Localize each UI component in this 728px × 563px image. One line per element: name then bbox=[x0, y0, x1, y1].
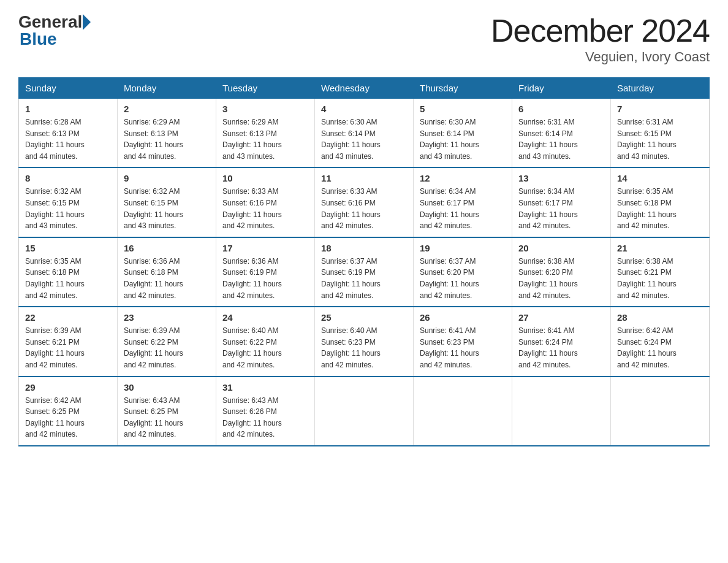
day-info: Sunrise: 6:30 AM Sunset: 6:14 PM Dayligh… bbox=[420, 117, 506, 162]
day-info: Sunrise: 6:39 AM Sunset: 6:21 PM Dayligh… bbox=[25, 325, 111, 370]
logo-triangle-icon bbox=[83, 14, 91, 30]
calendar-cell: 29 Sunrise: 6:42 AM Sunset: 6:25 PM Dayl… bbox=[19, 377, 118, 446]
day-number: 21 bbox=[617, 243, 703, 253]
col-thursday: Thursday bbox=[414, 78, 512, 99]
calendar-cell: 21 Sunrise: 6:38 AM Sunset: 6:21 PM Dayl… bbox=[611, 237, 710, 307]
day-info: Sunrise: 6:29 AM Sunset: 6:13 PM Dayligh… bbox=[222, 117, 308, 162]
day-info: Sunrise: 6:43 AM Sunset: 6:26 PM Dayligh… bbox=[222, 395, 308, 440]
calendar-cell bbox=[315, 377, 414, 446]
calendar-cell: 19 Sunrise: 6:37 AM Sunset: 6:20 PM Dayl… bbox=[414, 237, 512, 307]
day-number: 11 bbox=[321, 173, 407, 183]
day-info: Sunrise: 6:31 AM Sunset: 6:14 PM Dayligh… bbox=[518, 117, 604, 162]
day-info: Sunrise: 6:42 AM Sunset: 6:24 PM Dayligh… bbox=[617, 325, 703, 370]
day-number: 13 bbox=[518, 173, 604, 183]
day-info: Sunrise: 6:29 AM Sunset: 6:13 PM Dayligh… bbox=[124, 117, 210, 162]
page-header: General Blue December 2024 Veguien, Ivor… bbox=[18, 12, 710, 65]
calendar-cell: 23 Sunrise: 6:39 AM Sunset: 6:22 PM Dayl… bbox=[118, 307, 216, 376]
col-tuesday: Tuesday bbox=[216, 78, 315, 99]
day-number: 29 bbox=[25, 382, 111, 393]
logo: General Blue bbox=[18, 12, 91, 49]
calendar-week-row: 15 Sunrise: 6:35 AM Sunset: 6:18 PM Dayl… bbox=[19, 237, 710, 307]
day-info: Sunrise: 6:42 AM Sunset: 6:25 PM Dayligh… bbox=[25, 395, 111, 440]
day-info: Sunrise: 6:39 AM Sunset: 6:22 PM Dayligh… bbox=[124, 325, 210, 370]
day-info: Sunrise: 6:30 AM Sunset: 6:14 PM Dayligh… bbox=[321, 117, 407, 162]
calendar-cell: 2 Sunrise: 6:29 AM Sunset: 6:13 PM Dayli… bbox=[118, 99, 216, 168]
calendar-cell: 16 Sunrise: 6:36 AM Sunset: 6:18 PM Dayl… bbox=[118, 237, 216, 307]
day-number: 26 bbox=[420, 312, 506, 323]
calendar-cell: 20 Sunrise: 6:38 AM Sunset: 6:20 PM Dayl… bbox=[512, 237, 611, 307]
calendar-cell: 9 Sunrise: 6:32 AM Sunset: 6:15 PM Dayli… bbox=[118, 167, 216, 237]
calendar-cell: 27 Sunrise: 6:41 AM Sunset: 6:24 PM Dayl… bbox=[512, 307, 611, 376]
day-info: Sunrise: 6:40 AM Sunset: 6:22 PM Dayligh… bbox=[222, 325, 308, 370]
calendar-cell: 5 Sunrise: 6:30 AM Sunset: 6:14 PM Dayli… bbox=[414, 99, 512, 168]
calendar-cell: 10 Sunrise: 6:33 AM Sunset: 6:16 PM Dayl… bbox=[216, 167, 315, 237]
calendar-cell: 11 Sunrise: 6:33 AM Sunset: 6:16 PM Dayl… bbox=[315, 167, 414, 237]
day-info: Sunrise: 6:35 AM Sunset: 6:18 PM Dayligh… bbox=[617, 186, 703, 231]
calendar-cell: 12 Sunrise: 6:34 AM Sunset: 6:17 PM Dayl… bbox=[414, 167, 512, 237]
month-year-title: December 2024 bbox=[491, 12, 710, 49]
day-info: Sunrise: 6:38 AM Sunset: 6:20 PM Dayligh… bbox=[518, 256, 604, 301]
day-number: 10 bbox=[222, 173, 308, 183]
day-number: 23 bbox=[124, 312, 210, 323]
day-number: 3 bbox=[222, 104, 308, 114]
day-info: Sunrise: 6:40 AM Sunset: 6:23 PM Dayligh… bbox=[321, 325, 407, 370]
day-info: Sunrise: 6:34 AM Sunset: 6:17 PM Dayligh… bbox=[518, 186, 604, 231]
location-subtitle: Veguien, Ivory Coast bbox=[491, 49, 710, 65]
day-number: 19 bbox=[420, 243, 506, 253]
calendar-cell: 13 Sunrise: 6:34 AM Sunset: 6:17 PM Dayl… bbox=[512, 167, 611, 237]
calendar-week-row: 29 Sunrise: 6:42 AM Sunset: 6:25 PM Dayl… bbox=[19, 377, 710, 446]
day-number: 24 bbox=[222, 312, 308, 323]
calendar-cell: 18 Sunrise: 6:37 AM Sunset: 6:19 PM Dayl… bbox=[315, 237, 414, 307]
day-number: 16 bbox=[124, 243, 210, 253]
calendar-cell: 24 Sunrise: 6:40 AM Sunset: 6:22 PM Dayl… bbox=[216, 307, 315, 376]
day-info: Sunrise: 6:32 AM Sunset: 6:15 PM Dayligh… bbox=[124, 186, 210, 231]
day-number: 28 bbox=[617, 312, 703, 323]
title-block: December 2024 Veguien, Ivory Coast bbox=[491, 12, 710, 65]
day-number: 12 bbox=[420, 173, 506, 183]
calendar-cell: 25 Sunrise: 6:40 AM Sunset: 6:23 PM Dayl… bbox=[315, 307, 414, 376]
day-number: 14 bbox=[617, 173, 703, 183]
day-info: Sunrise: 6:36 AM Sunset: 6:18 PM Dayligh… bbox=[124, 256, 210, 301]
day-info: Sunrise: 6:38 AM Sunset: 6:21 PM Dayligh… bbox=[617, 256, 703, 301]
day-number: 22 bbox=[25, 312, 111, 323]
calendar-cell bbox=[611, 377, 710, 446]
day-info: Sunrise: 6:41 AM Sunset: 6:24 PM Dayligh… bbox=[518, 325, 604, 370]
calendar-header-row: Sunday Monday Tuesday Wednesday Thursday… bbox=[19, 78, 710, 99]
day-number: 5 bbox=[420, 104, 506, 114]
calendar-cell: 28 Sunrise: 6:42 AM Sunset: 6:24 PM Dayl… bbox=[611, 307, 710, 376]
calendar-cell: 22 Sunrise: 6:39 AM Sunset: 6:21 PM Dayl… bbox=[19, 307, 118, 376]
calendar-cell: 15 Sunrise: 6:35 AM Sunset: 6:18 PM Dayl… bbox=[19, 237, 118, 307]
col-monday: Monday bbox=[118, 78, 216, 99]
calendar-cell: 14 Sunrise: 6:35 AM Sunset: 6:18 PM Dayl… bbox=[611, 167, 710, 237]
calendar-cell: 4 Sunrise: 6:30 AM Sunset: 6:14 PM Dayli… bbox=[315, 99, 414, 168]
calendar-week-row: 22 Sunrise: 6:39 AM Sunset: 6:21 PM Dayl… bbox=[19, 307, 710, 376]
calendar-table: Sunday Monday Tuesday Wednesday Thursday… bbox=[18, 77, 710, 446]
calendar-cell: 6 Sunrise: 6:31 AM Sunset: 6:14 PM Dayli… bbox=[512, 99, 611, 168]
col-saturday: Saturday bbox=[611, 78, 710, 99]
day-info: Sunrise: 6:31 AM Sunset: 6:15 PM Dayligh… bbox=[617, 117, 703, 162]
day-number: 20 bbox=[518, 243, 604, 253]
day-info: Sunrise: 6:33 AM Sunset: 6:16 PM Dayligh… bbox=[321, 186, 407, 231]
day-info: Sunrise: 6:32 AM Sunset: 6:15 PM Dayligh… bbox=[25, 186, 111, 231]
day-number: 4 bbox=[321, 104, 407, 114]
day-number: 9 bbox=[124, 173, 210, 183]
day-number: 15 bbox=[25, 243, 111, 253]
calendar-cell: 7 Sunrise: 6:31 AM Sunset: 6:15 PM Dayli… bbox=[611, 99, 710, 168]
day-info: Sunrise: 6:37 AM Sunset: 6:20 PM Dayligh… bbox=[420, 256, 506, 301]
day-info: Sunrise: 6:28 AM Sunset: 6:13 PM Dayligh… bbox=[25, 117, 111, 162]
day-number: 1 bbox=[25, 104, 111, 114]
col-friday: Friday bbox=[512, 78, 611, 99]
calendar-cell: 26 Sunrise: 6:41 AM Sunset: 6:23 PM Dayl… bbox=[414, 307, 512, 376]
day-info: Sunrise: 6:37 AM Sunset: 6:19 PM Dayligh… bbox=[321, 256, 407, 301]
day-number: 17 bbox=[222, 243, 308, 253]
day-info: Sunrise: 6:34 AM Sunset: 6:17 PM Dayligh… bbox=[420, 186, 506, 231]
day-info: Sunrise: 6:41 AM Sunset: 6:23 PM Dayligh… bbox=[420, 325, 506, 370]
calendar-week-row: 8 Sunrise: 6:32 AM Sunset: 6:15 PM Dayli… bbox=[19, 167, 710, 237]
day-number: 27 bbox=[518, 312, 604, 323]
calendar-cell: 17 Sunrise: 6:36 AM Sunset: 6:19 PM Dayl… bbox=[216, 237, 315, 307]
day-info: Sunrise: 6:35 AM Sunset: 6:18 PM Dayligh… bbox=[25, 256, 111, 301]
calendar-cell bbox=[414, 377, 512, 446]
logo-blue-text: Blue bbox=[18, 29, 91, 49]
calendar-cell: 30 Sunrise: 6:43 AM Sunset: 6:25 PM Dayl… bbox=[118, 377, 216, 446]
day-number: 25 bbox=[321, 312, 407, 323]
